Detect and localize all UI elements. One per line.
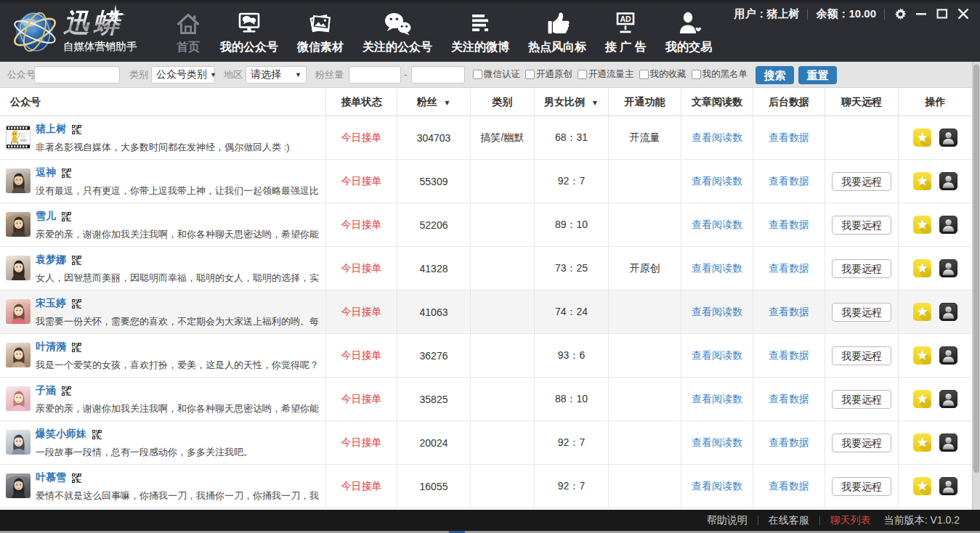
region-select[interactable]: 请选择 ▼ — [246, 66, 307, 84]
view-reads-link[interactable]: 查看阅读数 — [692, 436, 742, 449]
view-data-link[interactable]: 查看数据 — [769, 131, 809, 145]
checkbox-box[interactable] — [692, 70, 701, 79]
favorite-star-button[interactable] — [913, 390, 931, 408]
view-data-link[interactable]: 查看数据 — [769, 306, 809, 319]
sort-desc-icon[interactable]: ▼ — [443, 99, 450, 107]
remote-button[interactable]: 我要远程 — [832, 434, 891, 452]
account-name-link[interactable]: 逗神 — [36, 166, 71, 179]
category-select[interactable]: 公众号类别 ▼ — [151, 66, 215, 84]
view-reads-link[interactable]: 查看阅读数 — [692, 131, 742, 145]
checkbox-traffic-enabled[interactable]: 开通流量主 — [578, 68, 634, 81]
view-data-link[interactable]: 查看数据 — [769, 349, 809, 362]
fans-max-input[interactable] — [411, 66, 465, 84]
contact-person-button[interactable] — [939, 259, 957, 277]
account-name-link[interactable]: 猪上树 — [36, 123, 81, 136]
favorite-star-button[interactable] — [913, 259, 931, 277]
remote-button[interactable]: 我要远程 — [832, 216, 891, 235]
nav-item-wechat-material[interactable]: 微信素材 — [288, 0, 353, 62]
footer-link-help[interactable]: 帮助说明 — [707, 514, 748, 527]
settings-gear-icon[interactable] — [893, 7, 907, 21]
close-button[interactable] — [956, 7, 971, 21]
contact-person-button[interactable] — [939, 303, 957, 321]
maximize-button[interactable] — [935, 7, 949, 21]
view-data-link[interactable]: 查看数据 — [769, 480, 809, 493]
qrcode-icon[interactable] — [72, 299, 81, 309]
remote-button[interactable]: 我要远程 — [832, 346, 891, 365]
scrollbar-thumb[interactable] — [973, 65, 979, 473]
view-reads-link[interactable]: 查看阅读数 — [692, 480, 742, 493]
vertical-scrollbar[interactable] — [972, 62, 980, 510]
view-reads-link[interactable]: 查看阅读数 — [692, 219, 742, 232]
fans-min-input[interactable] — [349, 66, 401, 84]
account-name-link[interactable]: 宋玉婷 — [36, 297, 81, 310]
checkbox-wechat-verified[interactable]: 微信认证 — [473, 68, 520, 81]
account-name-link[interactable]: 叶慕雪 — [36, 471, 81, 484]
remote-button[interactable]: 我要远程 — [832, 303, 891, 322]
account-name-link[interactable]: 叶清漪 — [36, 341, 81, 354]
checkbox-original-enabled[interactable]: 开通原创 — [525, 68, 572, 81]
account-name-link[interactable]: 爆笑小师妹 — [36, 428, 102, 441]
view-reads-link[interactable]: 查看阅读数 — [692, 349, 742, 362]
view-data-link[interactable]: 查看数据 — [769, 262, 809, 275]
checkbox-my-favorites[interactable]: 我的收藏 — [639, 68, 687, 81]
favorite-star-button[interactable] — [913, 172, 931, 190]
favorite-star-button[interactable] — [913, 434, 931, 452]
nav-item-followed-accounts[interactable]: 关注的公众号 — [353, 0, 442, 62]
column-header-gender-ratio[interactable]: 男女比例 ▼ — [534, 89, 608, 116]
nav-item-hot-trends[interactable]: 热点风向标 — [519, 0, 596, 62]
view-reads-link[interactable]: 查看阅读数 — [692, 262, 742, 275]
qrcode-icon[interactable] — [62, 386, 71, 396]
favorite-star-button[interactable] — [913, 303, 931, 321]
view-data-link[interactable]: 查看数据 — [769, 175, 809, 188]
contact-person-button[interactable] — [939, 172, 957, 190]
remote-button[interactable]: 我要远程 — [832, 390, 891, 409]
account-name-link[interactable]: 雪儿 — [36, 210, 71, 223]
contact-person-button[interactable] — [939, 477, 957, 495]
nav-item-take-ads[interactable]: AD接 广 告 — [596, 0, 656, 62]
footer-link-online-service[interactable]: 在线客服 — [769, 514, 809, 527]
minimize-button[interactable] — [914, 7, 928, 21]
view-data-link[interactable]: 查看数据 — [769, 436, 809, 449]
view-data-link[interactable]: 查看数据 — [769, 393, 809, 406]
favorite-star-button[interactable] — [913, 216, 931, 234]
checkbox-box[interactable] — [578, 70, 587, 79]
qrcode-icon[interactable] — [72, 125, 81, 134]
account-name-link[interactable]: 袁梦娜 — [36, 253, 81, 266]
checkbox-box[interactable] — [639, 70, 649, 79]
contact-person-button[interactable] — [939, 434, 957, 452]
nav-item-my-accounts[interactable]: 我的公众号 — [211, 0, 288, 62]
checkbox-box[interactable] — [473, 70, 482, 79]
qrcode-icon[interactable] — [92, 430, 102, 439]
nav-item-my-trades[interactable]: 我的交易 — [656, 0, 721, 62]
qrcode-icon[interactable] — [62, 168, 71, 178]
remote-button[interactable]: 我要远程 — [832, 172, 891, 191]
contact-person-button[interactable] — [939, 346, 957, 365]
favorite-star-button[interactable] — [913, 346, 931, 365]
nav-item-home[interactable]: 首页 — [166, 0, 211, 62]
contact-person-button[interactable] — [939, 216, 957, 234]
contact-person-button[interactable] — [939, 390, 957, 408]
checkbox-box[interactable] — [525, 70, 535, 79]
search-button[interactable]: 搜索 — [756, 66, 794, 84]
sort-desc-icon[interactable]: ▼ — [591, 99, 599, 107]
account-name-link[interactable]: 子涵 — [36, 384, 71, 397]
view-data-link[interactable]: 查看数据 — [769, 219, 809, 232]
column-header-fans[interactable]: 粉丝 ▼ — [397, 89, 470, 116]
favorite-star-button[interactable] — [913, 477, 931, 495]
view-reads-link[interactable]: 查看阅读数 — [692, 393, 742, 406]
nav-item-followed-weibo[interactable]: 关注的微博 — [442, 0, 519, 62]
footer-link-chat-list[interactable]: 聊天列表 — [830, 514, 871, 527]
qrcode-icon[interactable] — [72, 473, 81, 483]
contact-person-button[interactable] — [939, 129, 957, 147]
checkbox-my-blacklist[interactable]: 我的黑名单 — [692, 68, 748, 81]
favorite-star-button[interactable] — [913, 129, 931, 147]
view-reads-link[interactable]: 查看阅读数 — [692, 306, 742, 319]
remote-button[interactable]: 我要远程 — [832, 259, 891, 278]
qrcode-icon[interactable] — [62, 212, 71, 221]
account-filter-input[interactable] — [34, 66, 120, 84]
remote-button[interactable]: 我要远程 — [832, 477, 891, 496]
qrcode-icon[interactable] — [72, 256, 81, 265]
qrcode-icon[interactable] — [72, 343, 81, 352]
view-reads-link[interactable]: 查看阅读数 — [692, 175, 742, 188]
reset-button[interactable]: 重置 — [798, 66, 837, 84]
